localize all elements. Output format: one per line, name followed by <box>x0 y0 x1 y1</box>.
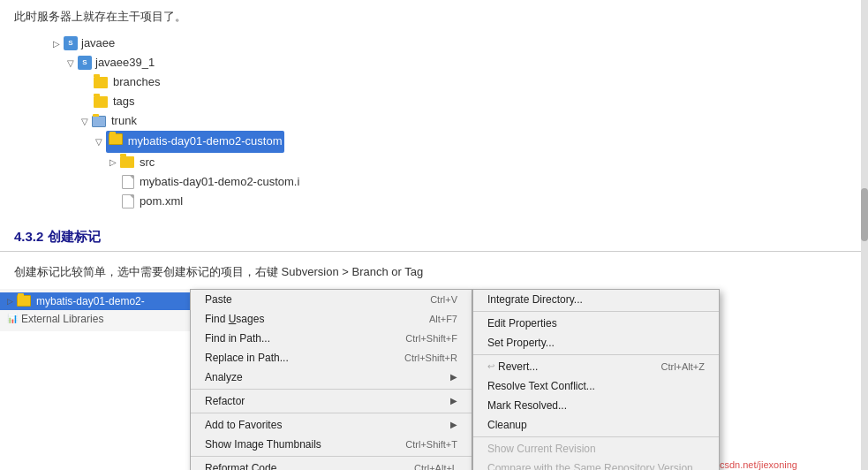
file-tree: ▷ S javaee ▽ S javaee39_1 branches tags … <box>0 30 868 215</box>
folder-icon-selected <box>17 295 31 307</box>
tree-item-mybatis-file[interactable]: mybatis-day01-demo2-custom.i <box>53 172 854 192</box>
submenu-item-show-revision[interactable]: Show Current Revision <box>473 439 719 459</box>
menu-item-show-thumbnails[interactable]: Show Image Thumbnails Ctrl+Shift+T <box>191 435 472 454</box>
submenu-item-mark-resolved[interactable]: Mark Resolved... <box>473 396 719 415</box>
context-menu: Paste Ctrl+V Find Usages Alt+F7 Find in … <box>190 289 472 470</box>
collapse-arrow: ▷ <box>53 36 60 51</box>
tree-item-mybatis-custom[interactable]: ▽ mybatis-day01-demo2-custom <box>53 131 854 152</box>
top-description: 此时服务器上就存在主干项目了。 <box>0 0 868 30</box>
folder-icon <box>120 156 134 168</box>
section-heading: 4.3.2 创建标记 <box>0 215 868 252</box>
tree-item-pom[interactable]: pom.xml <box>53 192 854 211</box>
menu-item-analyze[interactable]: Analyze ▶ <box>191 368 472 387</box>
submenu-item-revert[interactable]: ↩ Revert... Ctrl+Alt+Z <box>473 357 719 376</box>
submenu-item-set-property[interactable]: Set Property... <box>473 333 719 352</box>
submenu: Integrate Directory... Edit Properties S… <box>472 289 720 470</box>
menu-item-reformat-code[interactable]: Reformat Code Ctrl+Alt+L <box>191 459 472 470</box>
submenu-item-integrate[interactable]: Integrate Directory... <box>473 290 719 309</box>
file-icon <box>122 194 134 208</box>
left-panel: ▷ mybatis-day01-demo2- 📊 External Librar… <box>0 289 194 331</box>
submenu-sep-1 <box>473 311 719 312</box>
separator-2 <box>191 413 472 413</box>
expand-arrow: ▽ <box>67 56 74 71</box>
svn-icon: S <box>64 36 78 50</box>
expand-arrow-small: ▷ <box>7 297 13 306</box>
submenu-sep-3 <box>473 436 719 437</box>
tree-item-javaee[interactable]: ▷ S javaee <box>53 34 854 53</box>
scrollbar[interactable] <box>861 0 868 470</box>
menu-item-add-favorites[interactable]: Add to Favorites ▶ <box>191 415 472 435</box>
file-icon <box>122 175 134 189</box>
tree-item-tags[interactable]: tags <box>53 92 854 111</box>
left-panel-selected-item[interactable]: ▷ mybatis-day01-demo2- <box>0 292 193 310</box>
submenu-item-edit-props[interactable]: Edit Properties <box>473 314 719 333</box>
submenu-item-cleanup[interactable]: Cleanup <box>473 415 719 435</box>
separator-1 <box>191 389 472 390</box>
svn-icon: S <box>78 56 92 70</box>
scrollbar-thumb[interactable] <box>861 188 868 241</box>
submenu-item-compare-repo[interactable]: Compare with the Same Repository Version <box>473 459 719 470</box>
bottom-section: ▷ mybatis-day01-demo2- 📊 External Librar… <box>0 289 868 331</box>
tree-item-src[interactable]: ▷ src <box>53 153 854 172</box>
folder-icon <box>94 77 108 88</box>
tree-item-trunk[interactable]: ▽ trunk <box>53 111 854 131</box>
expand-arrow: ▽ <box>81 114 88 129</box>
menu-item-replace-in-path[interactable]: Replace in Path... Ctrl+Shift+R <box>191 348 472 368</box>
expand-arrow: ▽ <box>95 134 102 149</box>
menu-item-find-usages[interactable]: Find Usages Alt+F7 <box>191 309 472 329</box>
folder-icon-special <box>109 133 123 145</box>
menu-item-refactor[interactable]: Refactor ▶ <box>191 391 472 411</box>
collapse-arrow: ▷ <box>109 155 117 170</box>
section-description: 创建标记比较简单，选中需要创建标记的项目，右键 Subversion > Bra… <box>0 259 868 285</box>
submenu-sep-2 <box>473 354 719 355</box>
tree-item-javaee39[interactable]: ▽ S javaee39_1 <box>53 53 854 72</box>
separator-3 <box>191 456 472 457</box>
menu-item-find-in-path[interactable]: Find in Path... Ctrl+Shift+F <box>191 329 472 348</box>
folder-icon <box>94 96 108 108</box>
submenu-item-resolve-conflict[interactable]: Resolve Text Conflict... <box>473 376 719 396</box>
external-libraries[interactable]: 📊 External Libraries <box>0 310 193 328</box>
folder-icon-trunk <box>92 116 106 127</box>
menu-item-paste[interactable]: Paste Ctrl+V <box>191 290 472 309</box>
tree-item-branches[interactable]: branches <box>53 72 854 92</box>
